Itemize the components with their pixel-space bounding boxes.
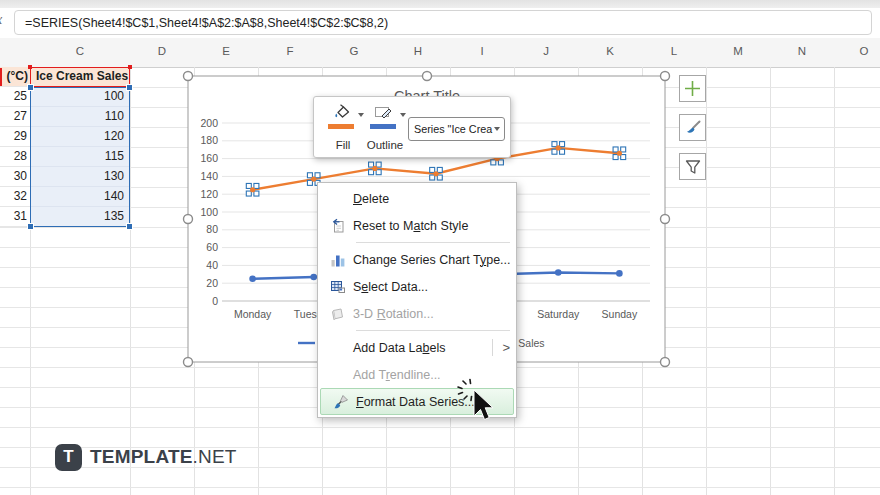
selection-mark xyxy=(430,175,435,180)
y-axis-label[interactable]: 100 xyxy=(200,206,218,218)
gridline xyxy=(706,67,707,495)
selection-mark xyxy=(437,167,442,172)
gridline xyxy=(0,427,880,428)
selection-mark xyxy=(621,147,626,152)
chart-filters-button[interactable] xyxy=(679,153,706,180)
fill-label: Fill xyxy=(320,139,366,151)
column-header-G[interactable]: G xyxy=(339,45,369,57)
formula-bar: fx =SERIES(Sheet4!$C$1,Sheet4!$A$2:$A$8,… xyxy=(0,8,880,38)
x-axis-label[interactable]: Saturday xyxy=(537,308,580,320)
watermark-text: TEMPLATE.NET xyxy=(90,446,237,468)
menu-item-delete[interactable]: Delete xyxy=(318,185,516,212)
column-header-E[interactable]: E xyxy=(211,45,241,57)
chart-handle[interactable] xyxy=(423,72,432,81)
chart-handle[interactable] xyxy=(661,72,670,81)
menu-item-label: Select Data... xyxy=(353,280,428,294)
data-point[interactable] xyxy=(372,166,377,171)
chart-handle[interactable] xyxy=(661,358,670,367)
temp-header-cell[interactable]: (°C) xyxy=(0,67,30,87)
column-header-I[interactable]: I xyxy=(467,45,497,57)
chart-styles-button[interactable] xyxy=(679,114,706,141)
chart-handle[interactable] xyxy=(184,358,193,367)
y-axis-label[interactable]: 20 xyxy=(206,277,218,289)
function-icon[interactable]: fx xyxy=(0,11,12,35)
data-point[interactable] xyxy=(433,171,438,176)
outline-swatch xyxy=(370,124,396,129)
menu-item-change-series-chart-type[interactable]: Change Series Chart Type... xyxy=(318,246,516,273)
data-point[interactable] xyxy=(249,275,256,282)
y-axis-label[interactable]: 80 xyxy=(206,223,218,235)
selection-handle[interactable] xyxy=(27,84,34,91)
temp-cell[interactable]: 30 xyxy=(0,167,30,187)
data-point[interactable] xyxy=(556,145,561,150)
menu-item-reset-to-match-style[interactable]: Reset to Match Style xyxy=(318,212,516,239)
selection-handle[interactable] xyxy=(27,223,34,230)
temp-cell[interactable]: 29 xyxy=(0,127,30,147)
column-header-J[interactable]: J xyxy=(531,45,561,57)
column-header-H[interactable]: H xyxy=(403,45,433,57)
selection-mark xyxy=(491,160,496,165)
chart-elements-button[interactable] xyxy=(679,75,706,102)
menu-item-3d-rotation[interactable]: 3-D Rotation... xyxy=(318,300,516,327)
temp-cell[interactable]: 25 xyxy=(0,87,30,107)
data-point[interactable] xyxy=(617,151,622,156)
selection-handle[interactable] xyxy=(126,84,133,91)
y-axis-label[interactable]: 200 xyxy=(200,117,218,129)
data-point[interactable] xyxy=(250,187,255,192)
chevron-down-icon xyxy=(494,127,500,131)
x-axis-label[interactable]: Monday xyxy=(234,308,272,320)
temp-cell[interactable]: 27 xyxy=(0,107,30,127)
chart-handle[interactable] xyxy=(184,215,193,224)
menu-item-label: Add Data Labels xyxy=(353,341,445,355)
x-axis-label[interactable]: Sunday xyxy=(602,308,638,320)
data-point[interactable] xyxy=(616,270,623,277)
column-header-F[interactable]: F xyxy=(275,45,305,57)
selection-mark xyxy=(376,170,381,175)
series-name-range-border xyxy=(30,67,130,87)
gridline xyxy=(0,487,880,488)
column-header-L[interactable]: L xyxy=(659,45,689,57)
fill-bucket-icon xyxy=(332,103,354,121)
y-axis-label[interactable]: 140 xyxy=(200,170,218,182)
column-header-M[interactable]: M xyxy=(723,45,753,57)
selection-mark xyxy=(498,160,503,165)
selection-mark xyxy=(369,170,374,175)
chart-handle[interactable] xyxy=(184,72,193,81)
chart-handle[interactable] xyxy=(661,215,670,224)
values-range-border xyxy=(30,87,130,227)
column-header-N[interactable]: N xyxy=(787,45,817,57)
selection-mark xyxy=(430,167,435,172)
column-header-O[interactable]: O xyxy=(849,45,879,57)
column-header-K[interactable]: K xyxy=(595,45,625,57)
selection-mark xyxy=(307,180,312,185)
outline-button[interactable]: Outline xyxy=(362,101,408,153)
selection-mark xyxy=(560,149,565,154)
series-selector-dropdown[interactable]: Series "Ice Crea xyxy=(408,117,505,141)
y-axis-label[interactable]: 0 xyxy=(212,295,218,307)
column-header-C[interactable]: C xyxy=(65,45,95,57)
chevron-down-icon xyxy=(400,113,406,117)
selection-mark xyxy=(552,149,557,154)
y-axis-label[interactable]: 160 xyxy=(200,152,218,164)
column-header-D[interactable]: D xyxy=(147,45,177,57)
menu-item-select-data[interactable]: Select Data... xyxy=(318,273,516,300)
menu-item-add-data-labels[interactable]: Add Data Labels> xyxy=(318,334,516,361)
y-axis-label[interactable]: 120 xyxy=(200,188,218,200)
selection-mark xyxy=(376,162,381,167)
data-point[interactable] xyxy=(311,176,316,181)
y-axis-label[interactable]: 180 xyxy=(200,134,218,146)
temp-cell[interactable]: 32 xyxy=(0,187,30,207)
menu-item-label: Delete xyxy=(353,192,389,206)
temp-cell[interactable]: 28 xyxy=(0,147,30,167)
brush-icon xyxy=(684,119,702,137)
formula-input[interactable]: =SERIES(Sheet4!$C$1,Sheet4!$A$2:$A$8,She… xyxy=(14,10,872,35)
selection-handle[interactable] xyxy=(126,223,133,230)
y-axis-label[interactable]: 60 xyxy=(206,241,218,253)
fill-button[interactable]: Fill xyxy=(320,101,366,153)
outline-pencil-icon xyxy=(374,103,396,121)
data-point[interactable] xyxy=(555,269,562,276)
y-axis-label[interactable]: 40 xyxy=(206,259,218,271)
gridline xyxy=(834,67,835,495)
temp-cell[interactable]: 31 xyxy=(0,207,30,227)
selection-mark xyxy=(254,183,259,188)
